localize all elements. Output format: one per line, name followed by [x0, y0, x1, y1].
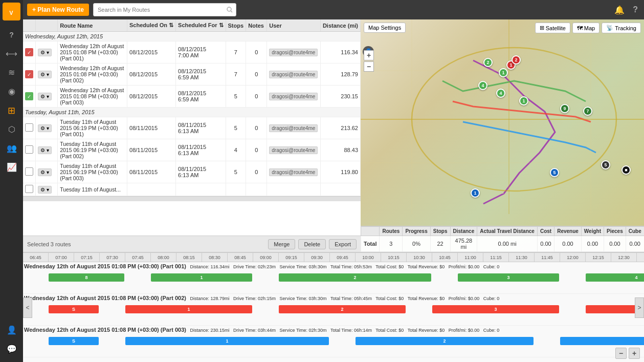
row-check-1[interactable]: ✓: [23, 41, 36, 63]
timeline-bar[interactable]: S: [49, 305, 99, 313]
help-icon[interactable]: ?: [631, 3, 640, 16]
timeline-zoom-in-button[interactable]: +: [629, 348, 640, 359]
row-check-7[interactable]: [23, 183, 36, 196]
timeline-bar[interactable]: 2: [279, 305, 406, 313]
map-panel: 1 2 1 2 4 4 1 1 5 9 7 5 ■ 👤 Map Settings: [361, 19, 644, 252]
map-settings-button[interactable]: Map Settings: [364, 23, 406, 33]
timeline-nav-left[interactable]: <: [23, 297, 32, 318]
col-header-name[interactable]: Route Name: [58, 19, 127, 32]
row-gear-6[interactable]: ⚙ ▾: [36, 161, 58, 183]
map-marker-4[interactable]: 2: [512, 55, 521, 65]
gear-button-4[interactable]: ⚙ ▾: [38, 124, 52, 132]
sidebar-item-team[interactable]: 👥: [3, 139, 20, 157]
map-button[interactable]: 🗺 Map: [572, 23, 599, 33]
map-marker-1[interactable]: 1: [499, 68, 508, 77]
map-marker-green-1[interactable]: 9: [560, 104, 569, 113]
search-input[interactable]: [93, 3, 236, 16]
table-row[interactable]: ⚙ ▾ Tuesday 11th of August2015 06:19 PM …: [23, 117, 361, 139]
timeline-bar[interactable]: S: [49, 337, 99, 345]
timeline-bar[interactable]: 2: [279, 273, 431, 282]
timeline-bars-2: S12345676E: [23, 305, 644, 314]
table-row[interactable]: ✓ ⚙ ▾ Wednesday 12th of August2015 01:08…: [23, 41, 361, 63]
timeline-bar[interactable]: 8: [49, 273, 124, 282]
row-check-5[interactable]: [23, 139, 36, 161]
row-check-4[interactable]: [23, 117, 36, 139]
map-marker-5[interactable]: 4: [478, 81, 487, 90]
col-header-scheduled-for[interactable]: Scheduled For ⇅: [176, 19, 226, 32]
timeline-bar[interactable]: 1: [125, 337, 329, 345]
map-marker-blue-2[interactable]: 5: [550, 168, 559, 177]
table-scrollbar[interactable]: [23, 196, 361, 201]
gear-button-3[interactable]: ⚙ ▾: [38, 93, 52, 100]
map-background[interactable]: 1 2 1 2 4 4 1 1 5 9 7 5 ■ 👤 Map Settings: [361, 19, 644, 252]
notification-icon[interactable]: 🔔: [612, 3, 627, 17]
sidebar-item-help[interactable]: ?: [3, 26, 20, 44]
map-marker-2[interactable]: 2: [483, 58, 493, 67]
gear-button-5[interactable]: ⚙ ▾: [38, 146, 52, 154]
timeline-bar[interactable]: 1: [151, 273, 252, 282]
map-marker-green-2[interactable]: 7: [583, 107, 592, 116]
row-check-2[interactable]: ✓: [23, 63, 36, 86]
map-marker-7[interactable]: 1: [519, 96, 528, 105]
stats-pieces-val: 0.00: [604, 236, 626, 252]
col-header-notes[interactable]: Notes: [246, 19, 267, 32]
sidebar-item-chat[interactable]: 💬: [3, 340, 20, 358]
gear-button-6[interactable]: ⚙ ▾: [38, 168, 52, 176]
tracking-button[interactable]: 📡 Tracking: [602, 23, 641, 33]
sidebar-item-stops[interactable]: ⬡: [3, 120, 20, 138]
gear-button-2[interactable]: ⚙ ▾: [38, 71, 52, 78]
map-zoom-in-button[interactable]: +: [364, 50, 374, 60]
row-check-6[interactable]: [23, 161, 36, 183]
row-check-3[interactable]: ✓: [23, 86, 36, 108]
row-gear-4[interactable]: ⚙ ▾: [36, 117, 58, 139]
timeline-scroll[interactable]: 06:4507:0007:1507:3007:4508:0008:1508:30…: [23, 253, 644, 362]
table-row[interactable]: ✓ ⚙ ▾ Wednesday 12th of August2015 01:08…: [23, 63, 361, 86]
col-header-distance[interactable]: Distance (mi): [320, 19, 360, 32]
delete-button[interactable]: Delete: [298, 239, 326, 249]
timeline-bar[interactable]: 3: [458, 273, 559, 282]
sidebar-item-route[interactable]: ⟷: [3, 45, 20, 62]
table-row[interactable]: ⚙ ▾ Tuesday 11th of August...: [23, 183, 361, 196]
table-header-row: Route Name Scheduled On ⇅ Scheduled For …: [23, 19, 361, 32]
row-gear-1[interactable]: ⚙ ▾: [36, 41, 58, 63]
col-header-stops[interactable]: Stops: [226, 19, 246, 32]
table-row[interactable]: ⚙ ▾ Tuesday 11th of August2015 06:19 PM …: [23, 161, 361, 183]
timeline-nav-right[interactable]: >: [635, 297, 644, 318]
plan-route-button[interactable]: + Plan New Route: [27, 4, 89, 16]
row-gear-7[interactable]: ⚙ ▾: [36, 183, 58, 196]
row-gear-3[interactable]: ⚙ ▾: [36, 86, 58, 108]
gear-button-7[interactable]: ⚙ ▾: [38, 186, 52, 194]
timeline-zoom-out-button[interactable]: −: [615, 348, 627, 359]
route-table-wrapper[interactable]: Route Name Scheduled On ⇅ Scheduled For …: [23, 19, 361, 236]
timeline-bar[interactable]: 3: [560, 337, 644, 345]
timeline-bar[interactable]: 4: [586, 273, 644, 282]
map-marker-black-1[interactable]: 5: [601, 160, 610, 169]
timeline-bar[interactable]: 3: [432, 305, 559, 313]
row-gear-5[interactable]: ⚙ ▾: [36, 139, 58, 161]
row-gear-2[interactable]: ⚙ ▾: [36, 63, 58, 86]
sidebar-item-analytics[interactable]: 📈: [3, 158, 20, 176]
row-schedfor-5: 08/11/20156:13 AM: [176, 139, 226, 161]
satellite-button[interactable]: ⊞ Satellite: [535, 23, 570, 33]
table-row[interactable]: ✓ ⚙ ▾ Wednesday 12th of August2015 01:08…: [23, 86, 361, 108]
map-marker-blue-1[interactable]: 1: [471, 188, 480, 198]
table-row[interactable]: ⚙ ▾ Tuesday 11th of August2015 06:19 PM …: [23, 139, 361, 161]
sidebar-item-person[interactable]: 👤: [3, 321, 20, 339]
map-marker-6[interactable]: 4: [496, 89, 505, 98]
row-dist-4: 213.62: [320, 117, 360, 139]
gear-button-1[interactable]: ⚙ ▾: [38, 49, 52, 56]
sidebar-item-map[interactable]: ◉: [3, 82, 20, 100]
timeline-header: 06:4507:0007:1507:3007:4508:0008:1508:30…: [23, 253, 644, 262]
timeline-tick: 07:45: [125, 253, 151, 262]
map-marker-black-2[interactable]: ■: [621, 165, 631, 175]
timeline-tick: 07:30: [100, 253, 125, 262]
timeline-bar[interactable]: 2: [356, 337, 534, 345]
col-header-user[interactable]: User: [267, 19, 321, 32]
col-header-scheduled-on[interactable]: Scheduled On ⇅: [127, 19, 176, 32]
map-zoom-out-button[interactable]: −: [364, 61, 374, 72]
merge-button[interactable]: Merge: [268, 239, 295, 249]
export-button[interactable]: Export: [329, 239, 357, 249]
timeline-bar[interactable]: 1: [125, 305, 252, 313]
sidebar-item-routes[interactable]: ⊞: [3, 101, 20, 119]
sidebar-item-optimize[interactable]: ≋: [3, 63, 20, 81]
